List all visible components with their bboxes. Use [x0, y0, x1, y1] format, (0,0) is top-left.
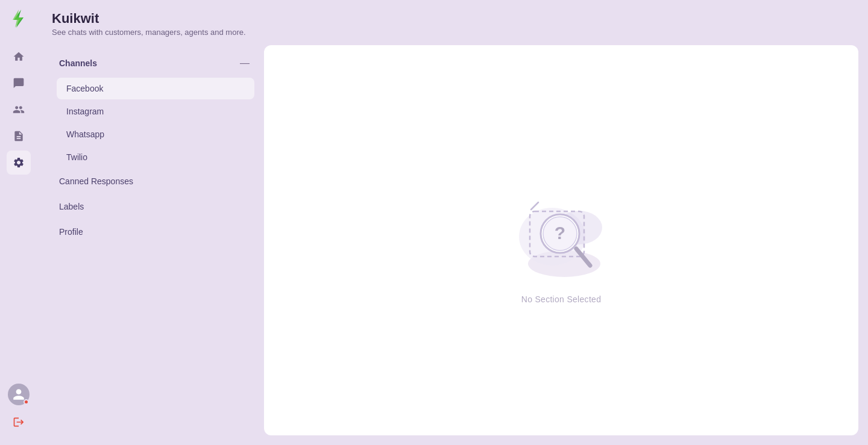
svg-line-10 — [531, 202, 538, 210]
channels-header: Channels — — [57, 51, 254, 75]
empty-state-illustration: ? — [507, 176, 615, 285]
nav-item-profile[interactable]: Profile — [57, 220, 254, 244]
user-avatar[interactable] — [8, 384, 30, 405]
top-header: Kuikwit See chats with customers, manage… — [37, 0, 868, 45]
empty-state: ? No Section Selected — [507, 176, 615, 304]
collapse-channels-button[interactable]: — — [237, 56, 252, 70]
main-area: Kuikwit See chats with customers, manage… — [37, 0, 868, 445]
svg-text:?: ? — [555, 223, 565, 243]
nav-item-canned-responses[interactable]: Canned Responses — [57, 169, 254, 193]
status-dot — [24, 399, 29, 405]
app-title: Kuikwit — [52, 11, 854, 26]
reports-icon[interactable] — [7, 124, 31, 148]
content-row: Channels — Facebook Instagram Whatsapp T… — [37, 45, 868, 445]
settings-icon[interactable] — [7, 151, 31, 175]
app-subtitle: See chats with customers, managers, agen… — [52, 28, 854, 37]
sidebar-nav: Channels — Facebook Instagram Whatsapp T… — [47, 45, 264, 435]
logout-icon[interactable] — [8, 411, 30, 433]
chat-icon[interactable] — [7, 71, 31, 95]
channel-item-facebook[interactable]: Facebook — [57, 78, 254, 99]
icon-rail — [0, 0, 37, 445]
channel-item-instagram[interactable]: Instagram — [57, 101, 254, 122]
no-section-text: No Section Selected — [521, 294, 602, 304]
app-logo — [7, 7, 30, 30]
home-icon[interactable] — [7, 45, 31, 69]
channels-title: Channels — [59, 58, 97, 68]
channel-item-whatsapp[interactable]: Whatsapp — [57, 123, 254, 145]
channel-item-twilio[interactable]: Twilio — [57, 146, 254, 168]
right-panel: ? No Section Selected — [264, 45, 858, 435]
contacts-icon[interactable] — [7, 98, 31, 122]
rail-bottom — [8, 384, 30, 433]
nav-item-labels[interactable]: Labels — [57, 194, 254, 219]
